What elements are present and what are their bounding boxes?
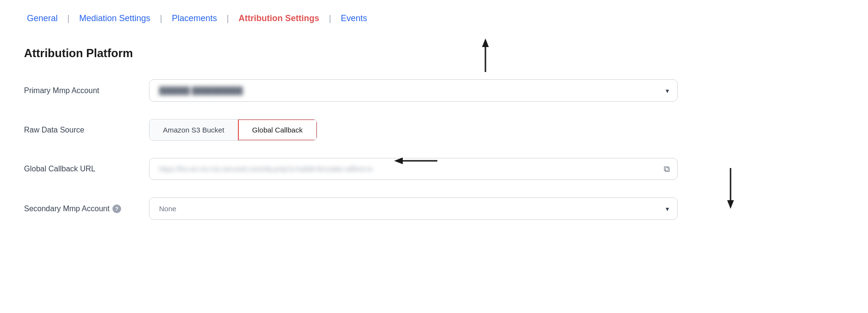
tab-events[interactable]: Events [333,10,375,27]
global-callback-url-input[interactable]: https://fus-an-ms-ms-secured.com/sfq-pol… [149,158,678,180]
copy-url-button[interactable]: ⧉ [662,162,672,176]
primary-mmp-select[interactable]: ██████ ██████████ [149,79,678,102]
svg-marker-1 [482,38,489,47]
tab-mediation[interactable]: Mediation Settings [72,10,158,27]
nav-sep-2: | [158,13,164,24]
global-callback-url-blurred: https://fus-an-ms-ms-secured.com/sfq-pol… [159,165,648,173]
page-wrapper: General | Mediation Settings | Placement… [19,10,849,220]
global-callback-url-row: Global Callback URL https://fus-an-ms-ms… [24,158,849,180]
nav-tabs: General | Mediation Settings | Placement… [19,10,849,27]
raw-data-source-row: Raw Data Source Amazon S3 Bucket Global … [24,119,849,141]
nav-sep-3: | [225,13,231,24]
primary-mmp-label: Primary Mmp Account [24,86,149,95]
secondary-mmp-help-icon[interactable]: ? [112,205,121,213]
secondary-mmp-label: Secondary Mmp Account ? [24,205,149,213]
secondary-mmp-value: None [159,205,176,213]
raw-data-source-toggle-group: Amazon S3 Bucket Global Callback [149,119,317,141]
raw-data-source-label: Raw Data Source [24,126,149,134]
secondary-mmp-select[interactable]: None [149,197,678,220]
primary-mmp-row: Primary Mmp Account ██████ ██████████ ▾ [24,79,849,102]
secondary-mmp-row: Secondary Mmp Account ? None ▾ [24,197,849,220]
page-content: Attribution Platform Primary Mmp Account… [19,47,849,220]
tab-general[interactable]: General [19,10,65,27]
nav-sep-1: | [65,13,72,24]
global-callback-url-label: Global Callback URL [24,165,149,173]
nav-sep-4: | [327,13,333,24]
primary-mmp-blurred-value: ██████ ██████████ [159,86,243,95]
secondary-mmp-select-wrapper: None ▾ [149,197,678,220]
global-callback-url-wrapper: https://fus-an-ms-ms-secured.com/sfq-pol… [149,158,678,180]
amazon-s3-button[interactable]: Amazon S3 Bucket [149,120,238,140]
tab-placements[interactable]: Placements [164,10,225,27]
global-callback-button[interactable]: Global Callback [238,119,317,141]
tab-attribution[interactable]: Attribution Settings [231,10,327,27]
primary-mmp-select-wrapper: ██████ ██████████ ▾ [149,79,678,102]
page-title: Attribution Platform [24,47,849,60]
